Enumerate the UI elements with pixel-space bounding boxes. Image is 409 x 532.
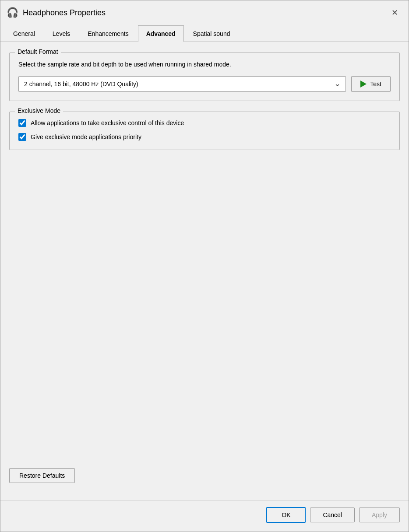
format-row: 2 channel, 16 bit, 44100 Hz (CD Quality)… [18, 76, 391, 92]
default-format-group: Default Format Select the sample rate an… [9, 52, 400, 101]
bottom-area: Restore Defaults [0, 468, 409, 500]
exclusive-mode-legend: Exclusive Mode [15, 107, 63, 114]
dialog-title: Headphones Properties [23, 8, 387, 18]
tab-advanced[interactable]: Advanced [138, 25, 184, 42]
ok-button[interactable]: OK [266, 507, 306, 523]
format-select-wrapper: 2 channel, 16 bit, 44100 Hz (CD Quality)… [18, 76, 346, 92]
tab-general[interactable]: General [5, 25, 43, 42]
restore-defaults-button[interactable]: Restore Defaults [9, 468, 75, 483]
cancel-button[interactable]: Cancel [310, 508, 355, 522]
footer: OK Cancel Apply [0, 500, 409, 532]
tab-enhancements[interactable]: Enhancements [79, 25, 137, 42]
exclusive-control-label: Allow applications to take exclusive con… [31, 119, 184, 126]
exclusive-priority-checkbox[interactable] [18, 133, 26, 141]
tab-content-advanced: Default Format Select the sample rate an… [0, 42, 409, 468]
title-bar: 🎧 Headphones Properties ✕ [0, 0, 409, 25]
exclusive-priority-row[interactable]: Give exclusive mode applications priorit… [18, 133, 391, 141]
play-icon [360, 80, 367, 88]
headphones-icon: 🎧 [7, 7, 18, 18]
test-button-label: Test [370, 80, 381, 88]
headphones-properties-dialog: 🎧 Headphones Properties ✕ General Levels… [0, 0, 409, 532]
default-format-description: Select the sample rate and bit depth to … [18, 60, 391, 69]
default-format-legend: Default Format [15, 48, 61, 55]
exclusive-mode-group: Exclusive Mode Allow applications to tak… [9, 112, 400, 150]
tab-spatial-sound[interactable]: Spatial sound [185, 25, 239, 42]
test-button[interactable]: Test [351, 76, 391, 92]
tab-levels[interactable]: Levels [44, 25, 78, 42]
apply-button[interactable]: Apply [359, 508, 400, 522]
exclusive-priority-label: Give exclusive mode applications priorit… [31, 133, 141, 140]
format-select[interactable]: 2 channel, 16 bit, 44100 Hz (CD Quality)… [18, 76, 346, 92]
close-button[interactable]: ✕ [387, 5, 402, 21]
exclusive-control-checkbox[interactable] [18, 119, 26, 127]
exclusive-control-row[interactable]: Allow applications to take exclusive con… [18, 119, 391, 127]
tab-bar: General Levels Enhancements Advanced Spa… [0, 25, 409, 42]
